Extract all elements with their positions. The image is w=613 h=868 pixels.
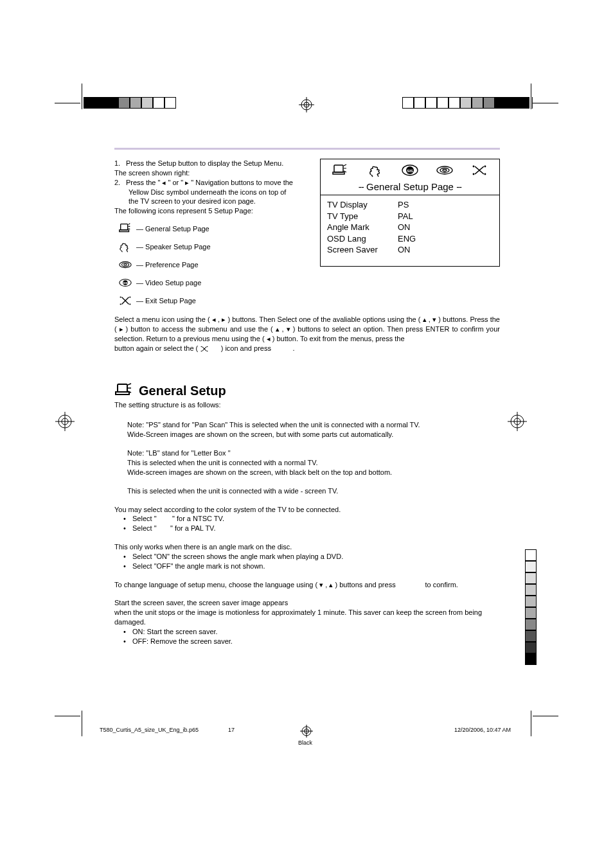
screen-saver-block: Start the screen saver, the screen saver… [114,598,500,646]
svg-line-29 [377,174,378,177]
section-subtitle: The setting structure is as follows: [114,401,500,409]
tv-display-wide-note: This is selected when the unit is connec… [114,486,500,496]
print-color-bar-right [402,97,529,109]
svg-point-38 [473,173,475,175]
menu-row: Screen SaverON [327,244,493,256]
svg-point-25 [129,303,130,305]
svg-text:SIS: SIS [407,169,413,173]
tv-type-block: You may select according to the color sy… [114,505,500,534]
menu-key: Angle Mark [327,222,398,233]
svg-rect-26 [334,165,343,172]
menu-general-icon [331,163,350,179]
step-text: the TV screen to your desired icon page. [114,197,311,206]
following-line: The following icons represent 5 Setup Pa… [114,206,311,216]
menu-title: -- General Setup Page -- [321,180,499,195]
svg-point-22 [120,296,121,297]
exit-setup-icon [114,294,136,307]
tv-display-lb-note: Note: "LB" stand for "Letter Box " This … [114,448,500,477]
menu-preference-icon [435,163,454,179]
menu-value: PS [398,199,409,211]
step-text: Press the Setup button to display the Se… [126,159,283,167]
footer-date: 12/20/2006, 10:47 AM [454,727,511,733]
svg-text:SIS: SIS [123,281,128,285]
step-number: 1. [114,159,126,168]
svg-point-37 [484,166,486,168]
svg-point-35 [443,170,447,172]
menu-row: Angle MarkON [327,222,493,233]
step-number: 2. [114,178,126,188]
footer-page-number: 17 [228,727,235,733]
registration-mark-top [299,97,314,114]
svg-point-36 [473,166,475,168]
inline-exit-icon [200,345,209,355]
svg-line-28 [371,175,373,177]
svg-line-15 [127,250,128,252]
legend-label: — Speaker Setup Page [136,243,211,251]
menu-value: ON [398,222,411,233]
registration-mark-footer [300,725,313,739]
menu-value: PAL [398,211,413,222]
menu-value: ENG [398,233,416,245]
svg-rect-45 [116,392,129,394]
menu-exit-icon [470,163,489,179]
osd-menu-screenshot: SIS -- General Setup Page -- TV DisplayP… [320,159,500,267]
screen-shown-line: The screen shown right: [114,168,311,178]
print-color-bar-left [84,97,176,109]
svg-point-18 [124,264,127,265]
menu-value: ON [398,244,411,256]
general-setup-icon [114,222,136,235]
intro-steps: 1.Press the Setup button to display the … [114,159,311,216]
menu-key: TV Display [327,199,398,211]
registration-mark-left [55,412,75,432]
print-grayscale-side [525,549,537,665]
legend-label: — Preference Page [136,261,199,269]
svg-point-41 [207,346,208,347]
svg-point-43 [207,350,208,351]
svg-rect-27 [333,172,344,174]
svg-rect-44 [118,384,127,392]
footer-color: Black [100,740,511,746]
step-text: Press the " ◂ " or " ▸ " Navigation butt… [126,179,293,186]
menu-navigation-paragraph: Select a menu icon using the ( ◂ , ▸ ) b… [114,315,500,355]
page-content: 1.Press the Setup button to display the … [114,148,500,655]
menu-row: TV DisplayPS [327,199,493,211]
menu-video-icon: SIS [400,163,420,179]
legend-label: — Video Setup page [136,279,201,287]
menu-row: TV TypePAL [327,211,493,222]
menu-key: Screen Saver [327,244,398,256]
legend-label: — General Setup Page [136,225,209,233]
svg-point-17 [122,263,129,267]
menu-row: OSD LangENG [327,233,493,245]
preference-icon [114,258,136,271]
svg-point-34 [440,168,449,173]
menu-key: TV Type [327,211,398,222]
section-title: General Setup [114,383,500,398]
svg-point-40 [201,346,202,347]
menu-speaker-icon [366,163,385,179]
svg-point-33 [437,166,452,174]
svg-line-14 [121,251,123,252]
osd-lang-block: To change language of setup menu, choose… [114,580,500,590]
svg-rect-12 [121,224,128,230]
step-text: Yellow Disc symbol underneath the icons … [114,188,311,197]
svg-point-23 [129,296,130,297]
video-setup-icon: SIS [114,276,136,289]
speaker-setup-icon [114,240,136,253]
svg-rect-13 [120,230,129,232]
angle-mark-block: This only works when there is an angle m… [114,542,500,571]
svg-point-42 [201,350,202,351]
registration-mark-right [508,412,527,432]
setup-page-legend: — General Setup Page — Speaker Setup Pag… [114,220,311,310]
svg-point-24 [120,303,121,305]
svg-point-39 [484,173,486,175]
footer-filename: T580_Curtis_A5_size_UK_Eng_ib.p65 [100,727,199,733]
menu-key: OSD Lang [327,233,398,245]
header-rule [114,148,500,150]
tv-display-ps-note: Note: "PS" stand for "Pan Scan" This is … [114,420,500,439]
legend-label: — Exit Setup Page [136,297,196,305]
